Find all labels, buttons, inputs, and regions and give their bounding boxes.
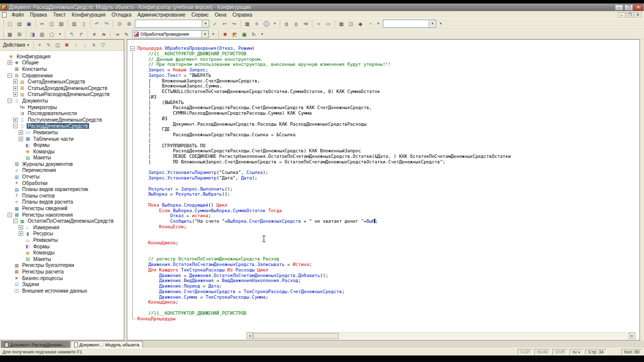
scroll-right-icon[interactable]: ► [629, 332, 635, 339]
undo-icon[interactable]: ↶ [92, 19, 102, 28]
edit-icon[interactable]: ✎ [44, 41, 53, 49]
menu-item[interactable]: Справка [229, 12, 255, 18]
tree-item[interactable]: ◉Команды [0, 249, 123, 256]
expand-icon[interactable]: + [19, 130, 23, 135]
collapse-icon[interactable]: − [8, 99, 12, 103]
format-icon[interactable]: ≈ [314, 19, 324, 28]
menu-item[interactable]: Отладка [109, 12, 135, 18]
module-editor[interactable]: − Процедура ОбработкаПроведения(Отказ, Р… [127, 39, 640, 340]
help-icon[interactable]: i [262, 19, 271, 28]
print-preview-icon[interactable]: ▯ [79, 19, 89, 28]
toolbar-overflow-icon[interactable]: ▼ [271, 22, 278, 25]
go-forward-icon[interactable]: ↱ [76, 30, 86, 39]
tree-item[interactable]: ▦Регистры бухгалтерии [0, 262, 123, 269]
tree-item[interactable]: +▦Табличные части [0, 136, 123, 142]
tree-item[interactable]: +▦СчетаДенежныхСредств [0, 78, 123, 85]
module-icon[interactable]: ▥ [37, 30, 47, 39]
minimize-button[interactable]: – [615, 5, 623, 11]
print-icon[interactable]: ▥ [69, 19, 79, 28]
search-combobox[interactable]: ▼ [383, 20, 436, 28]
scrollbar-thumb[interactable] [253, 333, 339, 339]
menu-item[interactable]: Администрирование [134, 12, 188, 18]
configuration-tree[interactable]: ◉Конфигурация+❖Общие▦Константы−▦Справочн… [0, 51, 123, 339]
find-icon[interactable]: ⊙ [115, 19, 124, 28]
clone-icon[interactable]: ◫ [53, 41, 62, 49]
tree-item[interactable]: ▤Макеты [0, 256, 123, 262]
nav-forward-icon[interactable]: ↪ [229, 19, 239, 28]
add-handler-icon[interactable]: +0 [301, 19, 310, 28]
tree-item[interactable]: +∟Измерения [0, 224, 123, 231]
expand-icon[interactable]: + [13, 118, 18, 122]
chevron-down-icon[interactable]: ▼ [201, 31, 208, 38]
toolbar-overflow-icon[interactable]: ▼ [375, 22, 382, 25]
collapse-icon[interactable]: − [8, 213, 12, 217]
save-all-icon[interactable]: ▦ [337, 19, 346, 28]
toolbar-grip[interactable] [2, 20, 4, 27]
add-icon[interactable]: + [35, 41, 44, 49]
copy-icon[interactable]: ◫ [47, 19, 56, 28]
tree-item[interactable]: ▦Константы [0, 66, 123, 72]
tree-item[interactable]: ◫Внешние источники данных [0, 288, 123, 294]
comment-block-icon[interactable]: ▭ [324, 19, 333, 28]
tree-item[interactable]: −▦Справочники [0, 72, 123, 79]
syntax-check-icon[interactable]: ✓ [210, 19, 220, 28]
tree-item[interactable]: ➤Бизнес-процессы [0, 275, 123, 282]
new-icon[interactable]: ▢ [5, 19, 15, 28]
goto-proc-icon[interactable]: ✎ [122, 30, 131, 39]
expand-icon[interactable]: + [19, 225, 23, 230]
horizontal-scrollbar[interactable]: ◄ ► [247, 332, 635, 339]
tree-item[interactable]: +▦СтатьиДоходовДенежныхСредств [0, 85, 123, 92]
go-back-icon[interactable]: ↰ [67, 30, 76, 39]
scroll-left-icon[interactable]: ◄ [247, 332, 253, 339]
tree-item[interactable]: ▦Регистры расчета [0, 268, 123, 275]
tree-item[interactable]: ▤Планы видов характеристик [0, 186, 123, 193]
structure-icon[interactable]: ≡ [252, 19, 262, 28]
tree-item[interactable]: −▯РасходДенежныхСредств [0, 123, 123, 130]
toolbar-grip[interactable] [2, 31, 4, 38]
tab-document[interactable]: Документ РасходДенежн... [1, 341, 70, 348]
check-module-icon[interactable]: ▣ [239, 30, 249, 39]
toolbar-overflow-icon[interactable]: ▼ [56, 33, 63, 36]
tree-item[interactable]: ◧Формы [0, 142, 123, 148]
tree-item[interactable]: +▦СтатьиРасходовДенежныхСредств [0, 92, 123, 98]
actions-menu-button[interactable]: Действия▼ [1, 41, 32, 49]
indent-icon[interactable]: ⇥ [112, 30, 122, 39]
refresh-icon[interactable]: ↻ [249, 30, 259, 39]
delete-icon[interactable]: ✖ [62, 41, 71, 49]
comment-icon[interactable]: // [90, 30, 99, 39]
tree-item[interactable]: ✳Планы видов расчета [0, 199, 123, 206]
open-icon[interactable]: ▤ [15, 19, 24, 28]
redo-icon[interactable]: ↷ [102, 19, 111, 28]
maximize-button[interactable]: ❐ [624, 5, 633, 11]
tree-item[interactable]: ✦Обработки [0, 180, 123, 187]
tree-item[interactable]: +▭Реквизиты [0, 129, 123, 136]
grid-icon[interactable]: ⊞ [15, 30, 24, 39]
scrollbar-track[interactable] [253, 332, 629, 339]
tree-item[interactable]: −▦ОстатокПоСчетамДенежныхСредств [0, 218, 123, 224]
form-icon[interactable]: ◨ [28, 30, 37, 39]
tree-item[interactable]: ◉Команды [0, 148, 123, 155]
menu-item[interactable]: Сервис [189, 12, 212, 18]
chevron-down-icon[interactable]: ▼ [429, 20, 436, 27]
collapse-icon[interactable]: − [8, 73, 12, 78]
chevron-down-icon[interactable]: ▼ [202, 20, 209, 27]
new-object-icon[interactable]: ▢ [47, 30, 56, 39]
event-handlers-icon[interactable]: ✱ [220, 30, 230, 39]
tree-item[interactable]: ▦Регистры сведений [0, 205, 123, 212]
move-down-icon[interactable]: ↓ [80, 41, 90, 49]
replace-icon[interactable]: ⊛ [124, 19, 134, 28]
expand-icon[interactable]: + [19, 231, 23, 236]
bookmark-icon[interactable]: ◆ [356, 19, 365, 28]
language-selector[interactable]: ru▼ [570, 349, 584, 355]
tree-item[interactable]: +▮Ресурсы [0, 231, 123, 237]
tree-item[interactable]: №Нумераторы [0, 104, 123, 111]
tree-item[interactable]: ☑Задачи [0, 281, 123, 288]
menu-item[interactable]: Конфигурация [69, 12, 109, 18]
menu-item[interactable]: Файл [9, 12, 27, 18]
menu-item[interactable]: Правка [27, 12, 50, 18]
tab-module-active[interactable]: Документ...: Модуль объекта [70, 341, 143, 348]
expand-icon[interactable]: + [8, 60, 12, 65]
uncomment-icon[interactable]: /k [99, 30, 109, 39]
expand-icon[interactable]: + [13, 79, 18, 84]
tree-item[interactable]: ▭Реквизиты [0, 237, 123, 243]
